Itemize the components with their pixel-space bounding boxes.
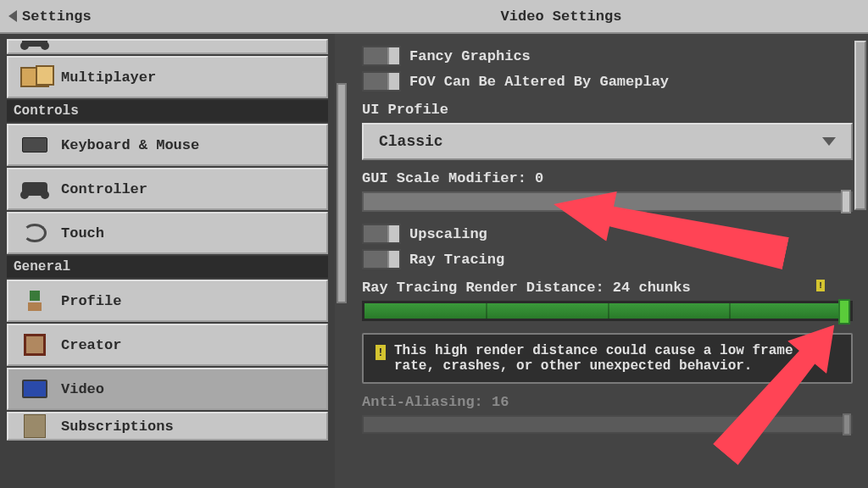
panel-scrollbar[interactable]: [854, 41, 866, 481]
sidebar-item-label: Keyboard & Mouse: [61, 137, 199, 153]
video-settings-panel: Fancy Graphics FOV Can Be Altered By Gam…: [335, 34, 868, 488]
warning-text: This high render distance could cause a …: [394, 343, 839, 374]
subscriptions-icon: [20, 415, 49, 437]
rt-distance-slider[interactable]: !: [362, 301, 853, 321]
chevron-left-icon: [8, 10, 17, 22]
multiplayer-icon: [20, 66, 49, 88]
rt-distance-label: Ray Tracing Render Distance: 24 chunks: [362, 280, 853, 296]
ui-profile-value: Classic: [379, 133, 443, 150]
sidebar-section-controls: Controls: [7, 100, 328, 122]
sidebar-item-label: Creator: [61, 337, 121, 353]
chevron-down-icon: [822, 137, 836, 146]
sidebar-item-label: Profile: [61, 293, 121, 309]
sidebar-item-creator[interactable]: Creator: [7, 324, 328, 366]
sidebar: Multiplayer Controls Keyboard & Mouse Co…: [0, 34, 335, 488]
touch-icon: [20, 222, 49, 244]
warning-icon: !: [376, 345, 386, 360]
sidebar-item-label: Controller: [61, 181, 147, 197]
page-title: Video Settings: [501, 8, 622, 25]
fov-toggle[interactable]: [362, 71, 401, 92]
fov-label: FOV Can Be Altered By Gameplay: [409, 74, 669, 90]
fov-row: FOV Can Be Altered By Gameplay: [362, 71, 853, 92]
ui-profile-dropdown[interactable]: Classic: [362, 123, 853, 160]
back-button[interactable]: Settings: [8, 8, 92, 25]
sidebar-item-keyboard[interactable]: Keyboard & Mouse: [7, 124, 328, 166]
sidebar-item-multiplayer[interactable]: Multiplayer: [7, 56, 328, 98]
sidebar-item-label: Subscriptions: [61, 419, 174, 435]
video-icon: [20, 378, 49, 400]
upscaling-toggle[interactable]: [362, 224, 401, 244]
sidebar-item-label: Video: [61, 381, 104, 397]
raytracing-toggle[interactable]: [362, 249, 401, 269]
warning-icon: !: [816, 280, 825, 291]
sidebar-item-label: Multiplayer: [61, 69, 156, 86]
upscaling-label: Upscaling: [409, 226, 487, 242]
sidebar-item-controller[interactable]: Controller: [7, 168, 328, 210]
sidebar-item-prev[interactable]: [7, 39, 328, 54]
creator-icon: [20, 334, 49, 356]
sidebar-item-video[interactable]: Video: [7, 368, 328, 410]
fancy-graphics-toggle[interactable]: [362, 46, 401, 66]
ui-profile-label: UI Profile: [362, 102, 853, 118]
fancy-graphics-row: Fancy Graphics: [362, 46, 853, 66]
sidebar-item-label: Touch: [61, 225, 104, 241]
sidebar-item-touch[interactable]: Touch: [7, 212, 328, 254]
back-label: Settings: [22, 8, 92, 25]
keyboard-icon: [20, 134, 49, 156]
sidebar-scrollbar[interactable]: [337, 41, 347, 481]
raytracing-label: Ray Tracing: [409, 252, 504, 268]
gui-scale-label: GUI Scale Modifier: 0: [362, 170, 853, 186]
aa-slider[interactable]: [362, 415, 853, 434]
header: Settings Video Settings: [0, 0, 868, 34]
sidebar-item-profile[interactable]: Profile: [7, 280, 328, 322]
sidebar-item-subscriptions[interactable]: Subscriptions: [7, 412, 328, 441]
sidebar-section-general: General: [7, 256, 328, 278]
controller-icon: [20, 178, 49, 200]
profile-icon: [20, 290, 49, 312]
gamepad-icon: [20, 39, 49, 51]
fancy-graphics-label: Fancy Graphics: [409, 48, 531, 64]
